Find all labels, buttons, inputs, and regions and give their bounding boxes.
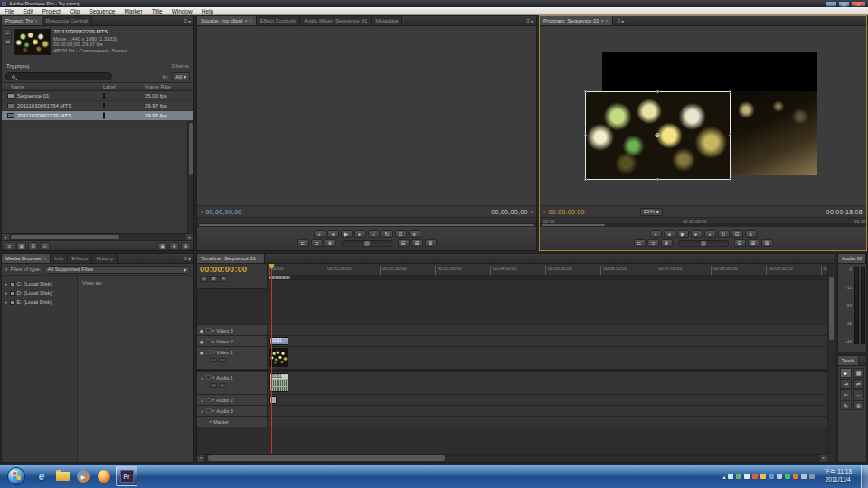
automate-to-sequence-button[interactable]: ⊞: [28, 242, 38, 249]
start-button[interactable]: [7, 467, 25, 485]
transform-handle[interactable]: [729, 178, 731, 181]
track-header[interactable]: ◉ ▸ Video 3: [197, 325, 268, 335]
track-lock-icon[interactable]: [206, 350, 211, 354]
track-lane[interactable]: [268, 347, 827, 369]
source-monitor-canvas[interactable]: [197, 26, 536, 205]
tab-close-icon[interactable]: ×: [249, 18, 251, 23]
selected-clip-bokeh[interactable]: ⊕: [585, 91, 731, 180]
transform-handle[interactable]: [584, 90, 587, 93]
extract-button[interactable]: ⊐: [647, 239, 659, 247]
transform-handle[interactable]: [656, 178, 659, 181]
transform-handle[interactable]: [656, 90, 659, 93]
track-lane[interactable]: [268, 417, 827, 427]
transform-handle[interactable]: [584, 178, 587, 181]
scroll-left-icon[interactable]: ◂: [2, 234, 9, 240]
tray-icon[interactable]: [728, 474, 733, 479]
tree-item-drive-e[interactable]: ▸ E: (Local Disk): [2, 297, 77, 306]
show-desktop-button[interactable]: [861, 465, 868, 488]
go-to-in-button[interactable]: «: [314, 230, 326, 238]
insert-button[interactable]: ⊟: [734, 239, 746, 247]
track-lock-icon[interactable]: [206, 408, 211, 413]
project-row-clip1[interactable]: 20111030061754.MTS 29.97 fps: [2, 101, 193, 111]
firefox-icon[interactable]: [95, 467, 113, 485]
pen-tool[interactable]: ✎: [840, 400, 852, 410]
minimize-button[interactable]: –: [826, 1, 837, 7]
tab-media-browser[interactable]: Media Browser ×: [2, 254, 51, 263]
slip-tool[interactable]: ↔: [853, 389, 864, 399]
track-header[interactable]: ♪ ▸ Audio 3: [197, 406, 268, 416]
tab-close-icon[interactable]: ×: [258, 256, 260, 261]
step-back-button[interactable]: ◂: [664, 230, 675, 238]
chevron-down-icon[interactable]: ▾: [5, 267, 8, 272]
menu-help[interactable]: Help: [202, 7, 213, 15]
menu-edit[interactable]: Edit: [23, 7, 33, 15]
timeline-current-timecode[interactable]: 00:00:00:00: [200, 265, 267, 274]
timeline-horizontal-scrollbar[interactable]: ◂ ▸: [197, 454, 827, 462]
tab-metadata[interactable]: Metadata: [372, 16, 402, 25]
step-forward-button[interactable]: ▸: [354, 230, 366, 238]
expand-icon[interactable]: ▸: [5, 299, 8, 305]
label-chip[interactable]: [103, 112, 105, 119]
tab-close-icon[interactable]: ×: [605, 18, 608, 23]
toggle-track-audio-icon[interactable]: ♪: [199, 398, 204, 403]
tray-icon[interactable]: [760, 474, 766, 479]
display-style-icon[interactable]: [210, 383, 217, 388]
menu-file[interactable]: File: [5, 7, 14, 15]
toggle-track-output-icon[interactable]: ◉: [199, 339, 204, 344]
timeline-ruler[interactable]: 00:00 00:01:00:00 00:02:00:00 00:03:00:0…: [268, 264, 827, 276]
project-row-clip2-selected[interactable]: 20111030062239.MTS 29.97 fps: [2, 111, 193, 121]
show-keyframes-icon[interactable]: [219, 383, 226, 388]
tab-info[interactable]: Info: [51, 254, 68, 263]
tab-history[interactable]: History: [92, 254, 118, 263]
source-mini-ruler[interactable]: [197, 217, 536, 227]
go-to-out-button[interactable]: »: [368, 230, 380, 238]
menu-clip[interactable]: Clip: [70, 7, 80, 15]
track-header[interactable]: ◉ ▸ Video 2: [197, 336, 268, 346]
selection-tool[interactable]: ▸: [840, 368, 852, 378]
label-chip[interactable]: [103, 92, 105, 99]
export-frame-button[interactable]: ⊠: [425, 239, 437, 247]
toggle-track-audio-icon[interactable]: ♪: [199, 408, 204, 414]
export-frame-button[interactable]: ⊠: [761, 239, 773, 247]
tab-close-icon[interactable]: ×: [34, 18, 37, 23]
chevron-down-icon[interactable]: ▾: [245, 18, 248, 23]
timeline-clip-video2[interactable]: 20111: [269, 337, 288, 345]
toggle-track-audio-icon[interactable]: ♪: [199, 375, 204, 380]
panel-menu-icon[interactable]: ≡▾: [181, 254, 193, 263]
track-header[interactable]: ▸ Master: [197, 417, 268, 427]
program-mini-ruler[interactable]: 00:00 00:05;00:00 00:10: [540, 217, 866, 227]
panel-menu-icon[interactable]: ≡▾: [615, 16, 627, 25]
output-button[interactable]: ≡: [409, 230, 420, 238]
program-current-timecode[interactable]: 00:00:00:00: [548, 209, 584, 215]
zoom-tool[interactable]: ⊕: [853, 400, 864, 410]
expand-icon[interactable]: ▾: [212, 375, 214, 380]
tray-icon[interactable]: [801, 474, 807, 479]
step-forward-button[interactable]: ▸: [691, 230, 703, 238]
safe-margins-button[interactable]: ⊡: [731, 230, 743, 238]
tab-tools[interactable]: Tools: [838, 356, 859, 365]
collapse-icon[interactable]: ▸: [210, 419, 212, 424]
loop-button[interactable]: ↻: [718, 230, 730, 238]
media-player-icon[interactable]: ▶: [74, 467, 92, 485]
panel-menu-icon[interactable]: ≡▾: [181, 16, 193, 25]
play-preview-button[interactable]: ▸: [5, 29, 12, 36]
show-hidden-icons-button[interactable]: ▴: [722, 474, 725, 480]
output-button[interactable]: ≡: [745, 230, 757, 238]
internet-explorer-icon[interactable]: e: [33, 467, 51, 485]
program-monitor-canvas[interactable]: ⊕: [540, 26, 866, 205]
premiere-taskbar-button[interactable]: Pr: [116, 466, 137, 486]
set-out-button[interactable]: ⊐: [311, 239, 323, 247]
safe-margins-button[interactable]: ⊡: [395, 230, 407, 238]
rolling-edit-tool[interactable]: ⇄: [853, 379, 864, 389]
collapse-icon[interactable]: ▸: [212, 398, 214, 402]
taskbar-clock[interactable]: 下午 11:18 2011/11/4: [817, 468, 858, 484]
tray-icon[interactable]: [752, 474, 758, 479]
panel-menu-icon[interactable]: ≡▾: [524, 16, 536, 25]
zoom-out-icon[interactable]: ◂: [197, 455, 204, 462]
clip-thumbnail[interactable]: [14, 29, 51, 55]
timeline-clip-video1[interactable]: [269, 348, 288, 367]
collapse-icon[interactable]: ▸: [212, 408, 214, 413]
close-button[interactable]: ×: [851, 1, 866, 7]
track-lane[interactable]: 20111: [268, 372, 827, 394]
tray-icon[interactable]: [793, 474, 798, 479]
